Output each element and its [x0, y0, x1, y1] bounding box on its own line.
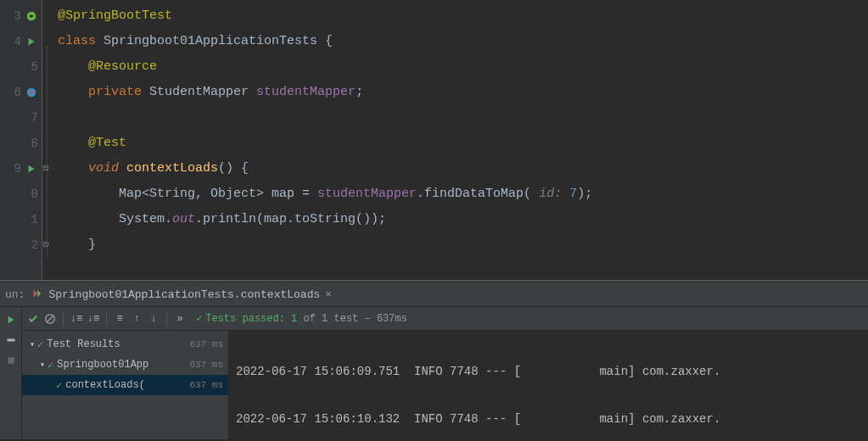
console-output[interactable]: 2022-06-17 15:06:09.751 INFO 7748 --- [ …: [229, 331, 868, 439]
tree-time: 637 ms: [189, 380, 223, 390]
tree-label: contextLoads(: [65, 379, 186, 391]
tree-test[interactable]: ✓ contextLoads( 637 ms: [22, 375, 228, 395]
bean-nav-icon[interactable]: [25, 86, 38, 99]
check-icon: ✓: [37, 338, 43, 351]
editor-area: 3 4 5 6 7 8 9 0 1 2 ⊟ ⊟ @SpringBootTest …: [0, 0, 868, 280]
field-ref: studentMapper: [317, 187, 417, 201]
collapse-icon[interactable]: ↑: [129, 311, 144, 327]
run-config-name[interactable]: Springboot01ApplicationTests.contextLoad…: [48, 288, 320, 301]
line-number: 2: [26, 238, 38, 252]
keyword: void: [88, 161, 119, 176]
tree-root[interactable]: ▾ ✓ Test Results 637 ms: [22, 334, 228, 354]
chevron-down-icon[interactable]: ▾: [37, 360, 48, 370]
svg-marker-5: [37, 290, 41, 298]
brace: }: [88, 237, 96, 252]
code-editor[interactable]: ⊟ ⊟ @SpringBootTest class Springboot01Ap…: [42, 0, 868, 280]
code-text: System.: [119, 212, 172, 226]
line-number: 5: [26, 60, 38, 74]
keyword: private: [88, 85, 142, 99]
run-label: un:: [5, 288, 25, 301]
code-text: Map<String, Object> map =: [119, 187, 317, 201]
method: contextLoads: [126, 161, 218, 176]
line-number: 1: [26, 213, 38, 226]
svg-marker-3: [29, 165, 35, 173]
close-tab-icon[interactable]: ×: [325, 288, 332, 301]
test-tree: ▾ ✓ Test Results 637 ms ▾ ✓ Springboot01…: [22, 331, 229, 439]
sort-icon-2[interactable]: ↓≡: [86, 311, 101, 327]
field: studentMapper: [256, 85, 356, 99]
line-number: 0: [26, 187, 38, 201]
svg-rect-7: [7, 339, 14, 342]
code-text: .println(map.toString());: [195, 212, 386, 226]
run-side-toolbar: [0, 307, 22, 439]
tree-label: Springboot01App: [57, 359, 186, 371]
svg-marker-6: [8, 316, 14, 324]
run-config-icon: [31, 287, 45, 301]
static-field: out: [172, 212, 195, 226]
svg-rect-8: [8, 357, 14, 364]
pass-filter-icon[interactable]: [25, 311, 41, 327]
stop-icon[interactable]: [3, 353, 19, 368]
rerun-icon[interactable]: [3, 312, 19, 327]
type: StudentMapper: [149, 85, 249, 99]
sort-icon[interactable]: ↓≡: [69, 311, 84, 327]
line-number: 3: [9, 9, 21, 23]
tree-time: 637 ms: [189, 360, 223, 370]
tree-suite[interactable]: ▾ ✓ Springboot01App 637 ms: [22, 354, 228, 375]
tests-total: of 1 test: [303, 313, 358, 325]
run-test-icon[interactable]: [25, 35, 38, 48]
code-text: .findDataToMap(: [417, 187, 531, 201]
fail-filter-icon[interactable]: [42, 311, 58, 327]
check-icon: ✓: [56, 379, 62, 392]
prev-icon[interactable]: ↓: [146, 311, 161, 327]
fold-column: ⊟ ⊟: [42, 3, 54, 283]
tree-time: 637 ms: [189, 339, 223, 349]
line-number: 8: [26, 137, 38, 150]
toggle-icon[interactable]: [3, 332, 19, 348]
run-tool-tab-bar: un: Springboot01ApplicationTests.context…: [0, 282, 868, 307]
line-number: 4: [9, 35, 21, 48]
annotation: @SpringBootTest: [58, 8, 172, 23]
more-icon[interactable]: »: [172, 311, 188, 327]
keyword: class: [58, 34, 96, 48]
line-number: 7: [26, 111, 38, 125]
tests-passed-label: Tests passed:: [205, 313, 285, 325]
annotation: @Test: [88, 136, 126, 150]
chevron-down-icon[interactable]: ▾: [27, 339, 37, 349]
tree-label: Test Results: [47, 338, 186, 350]
check-icon: ✓: [196, 312, 202, 325]
punct: () {: [218, 161, 249, 176]
test-results-panel: ↓≡ ↓≡ ≡ ↑ ↓ » ✓ Tests passed: 1 of 1 tes…: [0, 307, 868, 439]
line-number: 9: [9, 162, 21, 176]
svg-marker-1: [29, 38, 35, 46]
svg-marker-4: [34, 290, 37, 298]
test-toolbar: ↓≡ ↓≡ ≡ ↑ ↓ » ✓ Tests passed: 1 of 1 tes…: [22, 307, 868, 331]
check-icon: ✓: [48, 359, 53, 371]
punct: );: [577, 187, 592, 201]
log-line: 2022-06-17 15:06:09.751 INFO 7748 --- [ …: [236, 361, 861, 382]
tests-time: – 637ms: [364, 313, 406, 325]
line-number: 6: [9, 86, 21, 99]
log-line: 2022-06-17 15:06:10.132 INFO 7748 --- [ …: [236, 409, 861, 429]
expand-icon[interactable]: ≡: [112, 311, 127, 327]
run-test-icon[interactable]: [25, 162, 38, 176]
svg-line-10: [47, 315, 54, 322]
class-name: Springboot01ApplicationTests: [104, 34, 317, 48]
punct: ;: [356, 85, 363, 99]
editor-gutter: 3 4 5 6 7 8 9 0 1 2: [0, 0, 42, 280]
spring-bean-icon: [25, 9, 38, 23]
number: 7: [569, 187, 577, 201]
tests-passed-count: 1: [291, 313, 297, 325]
annotation: @Resource: [88, 59, 157, 74]
param-hint: id:: [531, 187, 569, 201]
brace: {: [317, 34, 333, 48]
